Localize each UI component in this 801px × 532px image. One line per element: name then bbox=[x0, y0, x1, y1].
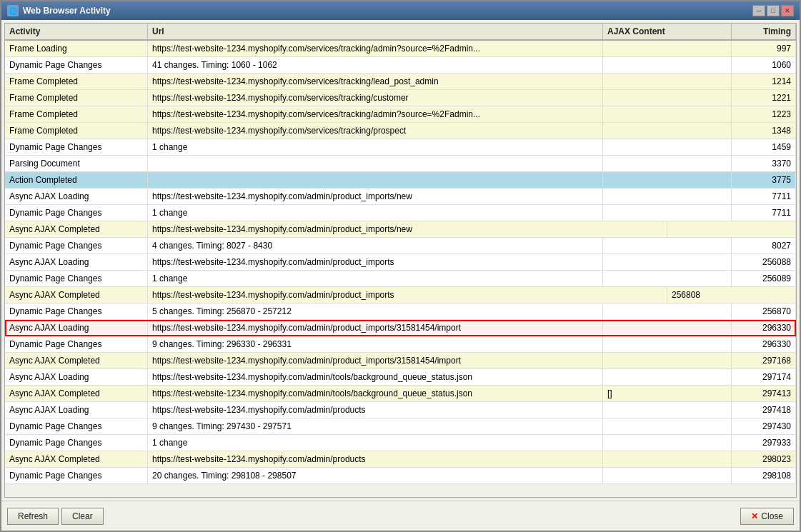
table-row[interactable]: Async AJAX Completed https://test-websit… bbox=[5, 451, 796, 468]
table-row[interactable]: Dynamic Page Changes 5 changes. Timing: … bbox=[5, 303, 796, 320]
cell-timing: 997 bbox=[732, 41, 796, 56]
cell-url: 9 changes. Timing: 296330 - 296331 bbox=[148, 336, 603, 352]
table-row[interactable]: Async AJAX Loading https://test-website-… bbox=[5, 189, 796, 205]
table-row[interactable]: Async AJAX Loading https://test-website-… bbox=[5, 320, 796, 336]
table-body[interactable]: Frame Loading https://test-website-1234.… bbox=[5, 41, 796, 497]
cell-url: https://test-website-1234.myshopify.com/… bbox=[148, 90, 603, 106]
cell-ajax bbox=[603, 402, 732, 418]
table-row[interactable]: Frame Completed https://test-website-123… bbox=[5, 74, 796, 90]
table-row[interactable]: Frame Completed https://test-website-123… bbox=[5, 123, 796, 139]
cell-activity: Async AJAX Completed bbox=[5, 386, 148, 401]
cell-ajax bbox=[603, 41, 732, 56]
table-row[interactable]: Async AJAX Loading https://test-website-… bbox=[5, 254, 796, 271]
cell-ajax bbox=[603, 451, 732, 467]
table-row[interactable]: Dynamic Page Changes 9 changes. Timing: … bbox=[5, 418, 796, 435]
cell-activity: Dynamic Page Changes bbox=[5, 205, 148, 221]
cell-timing: 1348 bbox=[732, 123, 796, 139]
cell-timing: 7711 bbox=[732, 205, 796, 221]
close-label: Close bbox=[761, 511, 783, 521]
cell-activity: Dynamic Page Changes bbox=[5, 271, 148, 286]
table-row[interactable]: Async AJAX Completed https://test-websit… bbox=[5, 386, 796, 402]
cell-activity: Action Completed bbox=[5, 172, 148, 188]
cell-activity: Dynamic Page Changes bbox=[5, 238, 148, 254]
close-button[interactable]: ✕ Close bbox=[740, 508, 794, 525]
table-row[interactable]: Dynamic Page Changes 20 changes. Timing:… bbox=[5, 468, 796, 484]
cell-timing: 3775 bbox=[732, 172, 796, 188]
cell-ajax bbox=[603, 74, 732, 89]
clear-button[interactable]: Clear bbox=[61, 508, 104, 525]
cell-timing: 1214 bbox=[732, 74, 796, 89]
table-row[interactable]: Async AJAX Loading https://test-website-… bbox=[5, 402, 796, 418]
table-row[interactable]: Dynamic Page Changes 1 change 297933 bbox=[5, 435, 796, 451]
table-row[interactable]: Parsing Document 3370 bbox=[5, 156, 796, 172]
table-row[interactable]: Frame Completed https://test-website-123… bbox=[5, 106, 796, 123]
title-bar: 🌐 Web Browser Activity ─ □ ✕ bbox=[1, 1, 800, 20]
table-row[interactable]: Async AJAX Completed https://test-websit… bbox=[5, 353, 796, 369]
header-url: Url bbox=[148, 24, 603, 39]
cell-url: https://test-website-1234.myshopify.com/… bbox=[148, 221, 667, 237]
cell-url: 1 change bbox=[148, 205, 603, 221]
table-row[interactable]: Async AJAX Completed https://test-websit… bbox=[5, 221, 796, 238]
cell-activity: Async AJAX Completed bbox=[5, 353, 148, 368]
cell-ajax bbox=[603, 172, 732, 188]
cell-timing: 256089 bbox=[732, 271, 796, 286]
cell-timing: 296330 bbox=[732, 320, 796, 336]
cell-url: https://test-website-1234.myshopify.com/… bbox=[148, 74, 603, 89]
cell-ajax bbox=[603, 90, 732, 106]
table-row[interactable]: Frame Completed https://test-website-123… bbox=[5, 90, 796, 106]
cell-ajax bbox=[603, 123, 732, 139]
cell-activity: Dynamic Page Changes bbox=[5, 435, 148, 451]
cell-activity: Dynamic Page Changes bbox=[5, 139, 148, 155]
cell-url: 4 changes. Timing: 8027 - 8430 bbox=[148, 238, 603, 254]
cell-url: 5 changes. Timing: 256870 - 257212 bbox=[148, 303, 603, 319]
cell-activity: Frame Completed bbox=[5, 123, 148, 139]
cell-activity: Dynamic Page Changes bbox=[5, 57, 148, 73]
table-row[interactable]: Action Completed 3775 bbox=[5, 172, 796, 189]
cell-url bbox=[148, 156, 603, 171]
cell-ajax bbox=[603, 303, 732, 319]
cell-activity: Dynamic Page Changes bbox=[5, 303, 148, 319]
cell-activity: Async AJAX Loading bbox=[5, 369, 148, 385]
title-bar-left: 🌐 Web Browser Activity bbox=[7, 5, 111, 16]
cell-timing: 3370 bbox=[732, 156, 796, 171]
cell-url bbox=[148, 172, 603, 188]
cell-activity: Async AJAX Loading bbox=[5, 189, 148, 204]
cell-activity: Frame Completed bbox=[5, 90, 148, 106]
maximize-button[interactable]: □ bbox=[767, 5, 780, 16]
main-window: 🌐 Web Browser Activity ─ □ ✕ Activity Ur… bbox=[0, 0, 801, 532]
footer-left: Refresh Clear bbox=[7, 508, 104, 525]
activity-table: Activity Url AJAX Content Timing Frame L… bbox=[4, 23, 797, 498]
cell-ajax bbox=[603, 271, 732, 286]
window-close-button[interactable]: ✕ bbox=[781, 5, 794, 16]
cell-ajax bbox=[603, 320, 732, 336]
cell-url: https://test-website-1234.myshopify.com/… bbox=[148, 106, 603, 122]
table-row[interactable]: Dynamic Page Changes 4 changes. Timing: … bbox=[5, 238, 796, 254]
table-row[interactable]: Dynamic Page Changes 41 changes. Timing:… bbox=[5, 57, 796, 74]
table-row[interactable]: Dynamic Page Changes 9 changes. Timing: … bbox=[5, 336, 796, 353]
title-controls: ─ □ ✕ bbox=[752, 5, 794, 16]
table-header: Activity Url AJAX Content Timing bbox=[5, 24, 796, 41]
cell-ajax: [] bbox=[603, 386, 732, 401]
cell-url: 9 changes. Timing: 297430 - 297571 bbox=[148, 418, 603, 434]
cell-url: https://test-website-1234.myshopify.com/… bbox=[148, 353, 603, 368]
cell-url: https://test-website-1234.myshopify.com/… bbox=[148, 369, 603, 385]
cell-ajax bbox=[603, 189, 732, 204]
cell-url: https://test-website-1234.myshopify.com/… bbox=[148, 189, 603, 204]
cell-activity: Async AJAX Loading bbox=[5, 402, 148, 418]
window-icon: 🌐 bbox=[7, 5, 19, 16]
table-row[interactable]: Async AJAX Completed https://test-websit… bbox=[5, 287, 796, 303]
cell-timing: 1459 bbox=[732, 139, 796, 155]
table-row[interactable]: Dynamic Page Changes 1 change 7711 bbox=[5, 205, 796, 221]
cell-timing: 256808 bbox=[672, 288, 791, 301]
refresh-button[interactable]: Refresh bbox=[7, 508, 59, 525]
cell-timing: 297168 bbox=[732, 353, 796, 368]
table-row[interactable]: Dynamic Page Changes 1 change 256089 bbox=[5, 271, 796, 287]
table-row[interactable]: Async AJAX Loading https://test-website-… bbox=[5, 369, 796, 386]
table-row[interactable]: Dynamic Page Changes 1 change 1459 bbox=[5, 139, 796, 156]
table-row[interactable]: Frame Loading https://test-website-1234.… bbox=[5, 41, 796, 57]
cell-ajax bbox=[603, 418, 732, 434]
cell-ajax bbox=[603, 435, 732, 451]
footer: Refresh Clear ✕ Close bbox=[1, 501, 800, 531]
cell-url: 1 change bbox=[148, 271, 603, 286]
minimize-button[interactable]: ─ bbox=[752, 5, 765, 16]
